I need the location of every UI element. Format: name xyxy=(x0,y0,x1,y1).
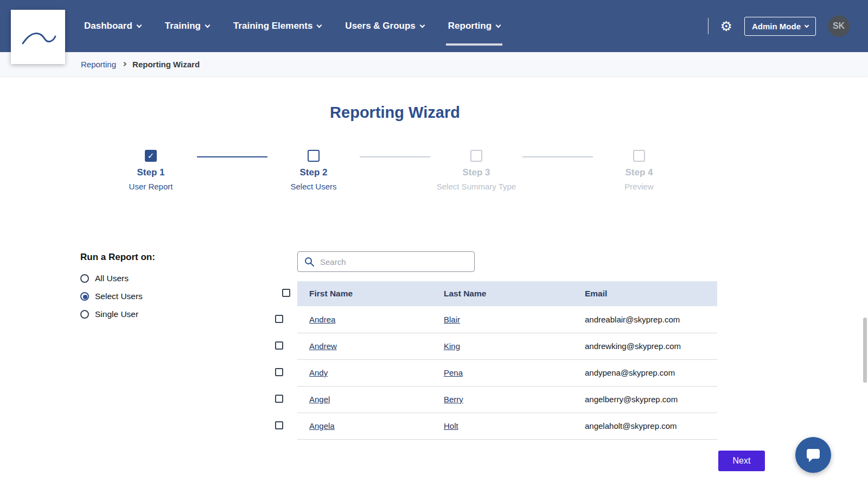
chevron-down-icon xyxy=(419,22,425,28)
chevron-down-icon xyxy=(496,22,501,28)
chat-icon xyxy=(805,447,821,463)
radio-label: All Users xyxy=(95,274,129,283)
first-name-link[interactable]: Andrea xyxy=(309,315,335,324)
radio-selected[interactable] xyxy=(80,292,89,301)
step-label: Step 2 xyxy=(299,167,327,178)
chevron-down-icon xyxy=(805,23,809,27)
settings-gear-icon[interactable]: ⚙ xyxy=(720,20,732,33)
page-title: Reporting Wizard xyxy=(0,104,790,122)
next-button[interactable]: Next xyxy=(718,451,765,471)
scrollbar-thumb[interactable] xyxy=(863,318,867,383)
row-checkbox[interactable] xyxy=(275,341,283,350)
admin-mode-label: Admin Mode xyxy=(752,22,801,31)
stepper-step-1: ✓Step 1User Report xyxy=(105,150,197,191)
select-all-checkbox[interactable] xyxy=(282,289,290,297)
table-row: AndrewKingandrewking@skyprep.com xyxy=(273,333,717,359)
nav-menu: DashboardTrainingTraining ElementsUsers … xyxy=(84,21,500,31)
table-row: AngelaHoltangelaholt@skyprep.com xyxy=(273,413,717,439)
nav-item-users-groups[interactable]: Users & Groups xyxy=(345,21,424,31)
step-label: Step 4 xyxy=(625,167,653,178)
top-navbar: DashboardTrainingTraining ElementsUsers … xyxy=(0,0,868,52)
search-box xyxy=(297,251,475,272)
chevron-down-icon xyxy=(205,22,210,28)
page: DashboardTrainingTraining ElementsUsers … xyxy=(0,0,868,494)
nav-item-reporting[interactable]: Reporting xyxy=(448,21,500,31)
navbar-right: ⚙ Admin Mode SK xyxy=(708,15,868,37)
users-table-wrap: First NameLast NameEmail AndreaBlairandr… xyxy=(273,281,717,440)
chevron-down-icon xyxy=(317,22,322,28)
chevron-right-icon xyxy=(122,62,126,66)
brand-logo[interactable] xyxy=(11,10,65,64)
chevron-down-icon xyxy=(136,22,142,28)
wizard-stepper: ✓Step 1User ReportStep 2Select UsersStep… xyxy=(0,150,790,191)
first-name-link[interactable]: Andrew xyxy=(309,341,337,351)
breadcrumb-reporting-link[interactable]: Reporting xyxy=(81,60,116,69)
email-cell: andrewking@skyprep.com xyxy=(573,333,717,359)
report-options-title: Run a Report on: xyxy=(80,252,155,263)
step-sublabel: Select Summary Type xyxy=(437,182,516,191)
breadcrumb: Reporting Reporting Wizard xyxy=(0,52,868,76)
step-label: Step 3 xyxy=(462,167,490,178)
step-sublabel: Preview xyxy=(624,182,653,191)
last-name-link[interactable]: King xyxy=(444,341,460,351)
check-icon: ✓ xyxy=(148,151,155,161)
row-checkbox[interactable] xyxy=(275,368,283,376)
users-table: First NameLast NameEmail AndreaBlairandr… xyxy=(273,281,717,440)
nav-item-label: Users & Groups xyxy=(345,21,415,31)
stepper-step-3: Step 3Select Summary Type xyxy=(430,150,522,191)
last-name-link[interactable]: Berry xyxy=(444,395,463,404)
report-options-list: All UsersSelect UsersSingle User xyxy=(80,274,155,319)
nav-item-label: Training Elements xyxy=(233,21,312,31)
radio-unselected[interactable] xyxy=(80,274,89,283)
step-sublabel: User Report xyxy=(129,182,173,191)
step-connector xyxy=(197,156,267,157)
search-input[interactable] xyxy=(320,257,468,267)
table-row: AngelBerryangelberry@skyprep.com xyxy=(273,386,717,413)
column-header: First Name xyxy=(297,281,432,306)
first-name-link[interactable]: Angela xyxy=(309,421,335,430)
radio-unselected[interactable] xyxy=(80,310,89,319)
step-checkbox-checked: ✓ xyxy=(145,150,157,162)
radio-option-single-user[interactable]: Single User xyxy=(80,309,155,319)
step-connector xyxy=(522,156,593,157)
stepper-step-2: Step 2Select Users xyxy=(267,150,360,191)
email-cell: angelberry@skyprep.com xyxy=(573,386,717,413)
row-checkbox[interactable] xyxy=(275,395,283,403)
step-checkbox xyxy=(308,150,320,162)
email-cell: andypena@skyprep.com xyxy=(573,359,717,386)
avatar[interactable]: SK xyxy=(828,15,850,37)
radio-label: Select Users xyxy=(95,292,143,301)
table-row: AndreaBlairandreablair@skyprep.com xyxy=(273,306,717,333)
column-header: Email xyxy=(573,281,717,306)
chat-widget-button[interactable] xyxy=(795,437,831,473)
nav-item-label: Dashboard xyxy=(84,21,132,31)
radio-option-select-users[interactable]: Select Users xyxy=(80,292,155,301)
row-checkbox[interactable] xyxy=(275,421,283,429)
table-row: AndyPenaandypena@skyprep.com xyxy=(273,359,717,386)
nav-item-training-elements[interactable]: Training Elements xyxy=(233,21,321,31)
search-icon xyxy=(304,256,315,267)
step-checkbox xyxy=(633,150,645,162)
nav-item-label: Reporting xyxy=(448,21,492,31)
logo-swoosh-icon xyxy=(17,22,59,52)
nav-item-training[interactable]: Training xyxy=(165,21,209,31)
radio-option-all-users[interactable]: All Users xyxy=(80,274,155,283)
first-name-link[interactable]: Angel xyxy=(309,395,330,404)
row-checkbox[interactable] xyxy=(275,315,283,323)
first-name-link[interactable]: Andy xyxy=(309,368,328,377)
radio-label: Single User xyxy=(95,309,138,319)
step-checkbox xyxy=(470,150,482,162)
nav-item-label: Training xyxy=(165,21,201,31)
step-connector xyxy=(360,156,430,157)
admin-mode-button[interactable]: Admin Mode xyxy=(744,17,816,36)
breadcrumb-current: Reporting Wizard xyxy=(132,60,200,69)
last-name-link[interactable]: Pena xyxy=(444,368,463,377)
nav-item-dashboard[interactable]: Dashboard xyxy=(84,21,141,31)
report-options-panel: Run a Report on: All UsersSelect UsersSi… xyxy=(80,252,155,327)
divider xyxy=(708,18,709,34)
last-name-link[interactable]: Blair xyxy=(444,315,460,324)
last-name-link[interactable]: Holt xyxy=(444,421,458,430)
step-label: Step 1 xyxy=(137,167,164,178)
stepper-step-4: Step 4Preview xyxy=(593,150,685,191)
email-cell: andreablair@skyprep.com xyxy=(573,306,717,333)
